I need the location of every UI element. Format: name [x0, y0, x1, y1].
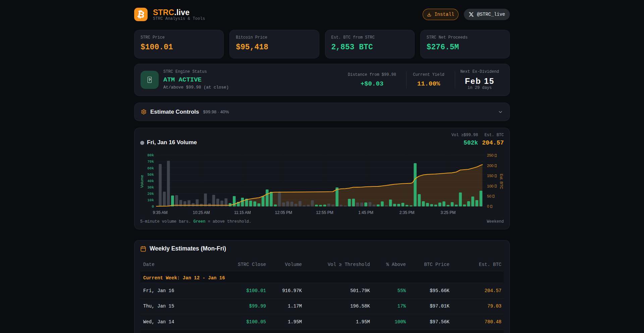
- svg-text:250: 250: [487, 153, 493, 157]
- svg-text:3:25 PM: 3:25 PM: [440, 210, 455, 215]
- svg-text:9:35 AM: 9:35 AM: [153, 210, 168, 215]
- svg-text:Est. BTC: Est. BTC: [499, 174, 503, 189]
- svg-text:30k: 30k: [147, 185, 154, 189]
- svg-text:150: 150: [487, 174, 493, 178]
- svg-text:50: 50: [487, 194, 491, 198]
- svg-text:60k: 60k: [147, 166, 154, 170]
- svg-text:10:25 AM: 10:25 AM: [193, 210, 210, 215]
- svg-text:40k: 40k: [147, 179, 154, 183]
- svg-text:100: 100: [487, 184, 493, 188]
- svg-text:80k: 80k: [147, 153, 154, 157]
- svg-text:200: 200: [487, 164, 493, 168]
- svg-text:1:45 PM: 1:45 PM: [358, 210, 373, 215]
- svg-text:12:05 PM: 12:05 PM: [275, 210, 292, 215]
- svg-text:Volume: Volume: [140, 175, 144, 188]
- svg-text:10k: 10k: [147, 198, 154, 202]
- svg-text:12:55 PM: 12:55 PM: [316, 210, 333, 215]
- svg-text:2:35 PM: 2:35 PM: [399, 210, 415, 215]
- svg-text:70k: 70k: [147, 160, 154, 164]
- svg-text:20k: 20k: [147, 192, 154, 196]
- svg-text:50k: 50k: [147, 173, 154, 177]
- svg-text:0: 0: [152, 205, 154, 209]
- svg-text:0: 0: [487, 204, 489, 208]
- svg-text:11:15 AM: 11:15 AM: [234, 210, 251, 215]
